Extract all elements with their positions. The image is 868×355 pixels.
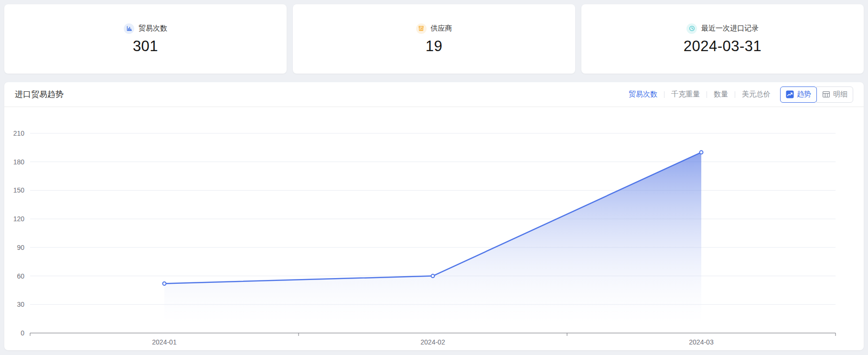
chart-header: 进口贸易趋势 贸易次数 千克重量 数量 美元总价 趋势 — [4, 82, 864, 107]
tab-divider — [735, 91, 735, 98]
storefront-icon — [416, 23, 427, 34]
stat-value: 2024-03-31 — [684, 38, 762, 55]
data-point[interactable] — [431, 274, 435, 278]
tab-trade-count[interactable]: 贸易次数 — [629, 90, 657, 99]
trend-chart-icon — [786, 90, 794, 98]
x-tick-label: 2024-01 — [152, 338, 177, 346]
trend-section: 进口贸易趋势 贸易次数 千克重量 数量 美元总价 趋势 — [4, 82, 864, 350]
stat-card-trade-count: 贸易次数 301 — [4, 4, 287, 74]
tab-quantity[interactable]: 数量 — [714, 90, 728, 99]
trend-chart[interactable]: 03060901201501802102024-012024-022024-03 — [4, 107, 864, 350]
area-fill — [164, 152, 701, 333]
view-toggle-group: 趋势 明细 — [780, 86, 853, 103]
y-tick-label: 120 — [13, 215, 25, 223]
tab-usd-total[interactable]: 美元总价 — [742, 90, 771, 99]
tab-divider — [664, 91, 664, 98]
y-tick-label: 60 — [17, 272, 24, 280]
bar-chart-icon — [124, 23, 134, 34]
trend-view-label: 趋势 — [797, 90, 811, 99]
x-tick-label: 2024-02 — [420, 338, 445, 346]
data-point[interactable] — [163, 282, 166, 285]
y-tick-label: 0 — [21, 329, 24, 337]
table-icon — [822, 90, 830, 98]
tab-divider — [707, 91, 707, 98]
stat-label: 贸易次数 — [139, 24, 167, 33]
data-point[interactable] — [700, 151, 703, 154]
stat-card-suppliers: 供应商 19 — [293, 4, 575, 74]
trend-view-button[interactable]: 趋势 — [780, 86, 817, 103]
y-tick-label: 90 — [17, 244, 24, 251]
stat-value: 301 — [133, 38, 158, 55]
detail-view-button[interactable]: 明细 — [816, 86, 853, 103]
stat-value: 19 — [426, 38, 442, 55]
clock-icon — [686, 23, 697, 34]
stat-label: 供应商 — [431, 24, 452, 33]
stats-row: 贸易次数 301 供应商 19 — [4, 4, 864, 74]
detail-view-label: 明细 — [833, 90, 847, 99]
stat-label: 最近一次进口记录 — [701, 24, 759, 33]
y-tick-label: 30 — [17, 301, 24, 308]
stat-card-latest-import: 最近一次进口记录 2024-03-31 — [581, 4, 864, 74]
tab-kg-weight[interactable]: 千克重量 — [671, 90, 700, 99]
y-tick-label: 150 — [13, 186, 25, 194]
page-title: 进口贸易趋势 — [15, 89, 64, 100]
y-tick-label: 180 — [13, 158, 25, 166]
x-tick-label: 2024-03 — [689, 338, 714, 346]
y-tick-label: 210 — [13, 129, 25, 137]
